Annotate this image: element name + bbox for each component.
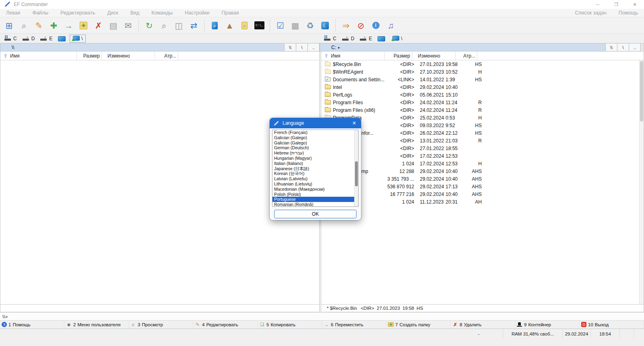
new-folder-icon[interactable]: ✚ (76, 18, 91, 33)
column-header-size[interactable]: Размер (77, 51, 102, 60)
maximize-button[interactable]: ❐ (607, 0, 625, 9)
language-list-item[interactable]: Lithuanian (Lietuvių) (272, 181, 358, 187)
menu-item[interactable]: Вид (124, 10, 146, 16)
file-row[interactable]: 16 777 216 29.02.2024 10:40 AHS (321, 190, 644, 198)
Program Files[interactable]: Program Files <DIR> 24.02.2024 11:24 R (321, 99, 644, 106)
print-icon[interactable]: ▤ (106, 18, 121, 33)
split-files-icon[interactable]: ◫ (171, 18, 186, 33)
menu-item[interactable]: Настройки (179, 10, 215, 16)
function-key-button[interactable]: 9 Контейнер (515, 321, 580, 328)
function-key-button[interactable]: ? 1 Помощь (0, 321, 64, 328)
left-drive-c-button[interactable]: C (2, 35, 20, 43)
column-header-name[interactable]: ⇧ Имя (321, 51, 385, 60)
language-list-item[interactable]: Romanian (Română) (272, 202, 358, 207)
scrollbar-thumb[interactable] (355, 161, 358, 186)
language-list-item[interactable]: Hungarian (Magyar) (272, 156, 358, 161)
view-file-icon[interactable]: ⌕ (17, 18, 31, 33)
left-drive-e-button[interactable]: E (37, 35, 55, 43)
language-list-item[interactable]: Galician (Galego) (272, 140, 358, 146)
new-window-icon[interactable]: ⊞ (2, 18, 17, 33)
ftp-disconnect-icon[interactable]: ⊘ (353, 18, 368, 33)
column-header-attr[interactable]: Атр... (155, 51, 178, 60)
menu-item[interactable]: Команды (145, 10, 179, 16)
menu-item[interactable]: Помощь (613, 10, 644, 16)
language-list-item[interactable]: Macedonian (Македонски) (272, 187, 358, 192)
language-list-item[interactable]: French (Français) (272, 130, 358, 135)
folder-search-icon[interactable]: ⌕ (237, 18, 252, 33)
dialog-list-scrollbar[interactable] (354, 130, 358, 206)
language-list-item[interactable]: German (Deutsch) (272, 145, 358, 150)
zoom-screen-icon[interactable]: ⌕ (207, 18, 222, 33)
left-network-button[interactable]: \ (70, 35, 85, 43)
path-button[interactable]: .. (308, 43, 320, 51)
file-row[interactable]: 1 024 11.12.2023 20:31 AH (321, 198, 644, 206)
recycle-bin-icon[interactable]: ♻ (303, 18, 318, 33)
terminal-icon[interactable]: C:\_ (252, 18, 267, 33)
function-key-button[interactable]: → 6 Переместить (322, 321, 386, 328)
ProgramData[interactable]: ProgramData <DIR> 25.02.2024 0:53 H (321, 114, 644, 122)
language-list-item[interactable]: Hebrew (עברית) (272, 150, 358, 156)
left-desktop-button[interactable] (55, 35, 70, 43)
column-header-attr[interactable]: Атр... (456, 51, 477, 60)
function-key-button[interactable]: ✗ 8 Удалить (451, 321, 515, 328)
right-desktop-button[interactable] (375, 35, 389, 43)
search-icon[interactable]: ⌕ (157, 18, 171, 33)
function-key-button[interactable]: ✚ 7 Создать папку (386, 321, 451, 328)
language-list-item[interactable]: Galician (Galego) (272, 135, 358, 140)
file-row[interactable]: 3 351 793 ... 29.02.2024 10:40 AHS (321, 175, 644, 183)
path-button[interactable]: .. (629, 43, 641, 51)
toolbar-separator[interactable] (138, 19, 139, 32)
language-list-item[interactable]: Korean (한국어) (272, 171, 358, 176)
menu-item[interactable]: Список задач (569, 10, 612, 16)
function-key-button[interactable]: ⌕ 3 Просмотр (129, 321, 193, 328)
column-header-name[interactable]: ⇧ Имя (0, 51, 77, 60)
scrollbar-thumb[interactable] (640, 61, 643, 122)
language-list-item[interactable]: Japanese (日本語) (272, 166, 358, 171)
file-row[interactable]: <DIR> 27.01.2022 18:55 (321, 144, 644, 152)
menu-item[interactable]: Файлы (26, 10, 54, 16)
multimedia-icon[interactable]: ♫ (383, 18, 398, 33)
ok-button[interactable]: OK (274, 210, 357, 218)
path-button[interactable]: \\ (606, 43, 617, 51)
ftp-connect-icon[interactable]: ⇒ (339, 18, 353, 33)
right-drive-d-button[interactable]: D (339, 35, 357, 43)
edit-file-icon[interactable]: ✎ (31, 18, 46, 33)
Intel[interactable]: Intel <DIR> 29.02.2024 10:40 (321, 83, 644, 91)
screensaver-icon[interactable]: ☾ (318, 18, 332, 33)
move-file-icon[interactable]: → (61, 18, 76, 33)
toolbar-separator[interactable] (335, 19, 336, 32)
settings-check-icon[interactable]: ☑ (273, 18, 288, 33)
toolbar-separator[interactable] (270, 19, 270, 32)
disk-info-icon[interactable]: i (368, 18, 383, 33)
path-button[interactable]: \ (296, 43, 308, 51)
right-path[interactable]: C: ▸ (320, 43, 606, 51)
menu-item[interactable]: Диск (101, 10, 124, 16)
path-scroll-stub[interactable] (641, 43, 644, 51)
file-row[interactable]: <DIR> 17.02.2024 12:53 (321, 152, 644, 160)
left-path[interactable]: \\ (0, 43, 285, 51)
nfor...[interactable]: nfor... <DIR> 26.02.2024 22:12 HS (321, 129, 644, 137)
language-list-item[interactable]: Latvian (Latviešu) (272, 176, 358, 181)
refresh-icon[interactable]: ↻ (142, 18, 157, 33)
column-header-modified[interactable]: Изменено (102, 51, 155, 60)
function-key-button[interactable]: ⊙ 10 Выход (580, 321, 644, 328)
right-network-button[interactable]: \ (389, 35, 405, 43)
path-button[interactable]: \\ (285, 43, 296, 51)
PerfLogs[interactable]: PerfLogs <DIR> 05.06.2021 15:10 (321, 91, 644, 99)
dialog-titlebar[interactable]: Language ✕ (270, 118, 361, 128)
function-key-button[interactable]: ❏ 5 Копировать (258, 321, 322, 328)
file-row[interactable]: 536 870 912 29.02.2024 17:13 AHS (321, 183, 644, 190)
minimize-button[interactable]: ─ (588, 0, 607, 9)
column-header-size[interactable]: Размер (385, 51, 412, 60)
menu-item[interactable]: Редактировать (54, 10, 101, 16)
Documents and Settin...[interactable]: Documents and Settin... <LINK> 14.01.202… (321, 76, 644, 83)
column-header-modified[interactable]: Изменено (412, 51, 456, 60)
close-button[interactable]: ✕ (625, 0, 644, 9)
$Recycle.Bin[interactable]: $Recycle.Bin <DIR> 27.01.2023 19:58 HS (321, 60, 644, 68)
right-drive-e-button[interactable]: E (357, 35, 375, 43)
mp[interactable]: mp 12 288 29.02.2024 10:40 AHS (321, 167, 644, 175)
print-screen-icon[interactable]: ▦ (288, 18, 303, 33)
delete-icon[interactable]: ✗ (91, 18, 106, 33)
file-row[interactable]: 1 024 17.02.2024 12:53 H (321, 160, 644, 167)
email-icon[interactable]: ✉ (121, 18, 136, 33)
